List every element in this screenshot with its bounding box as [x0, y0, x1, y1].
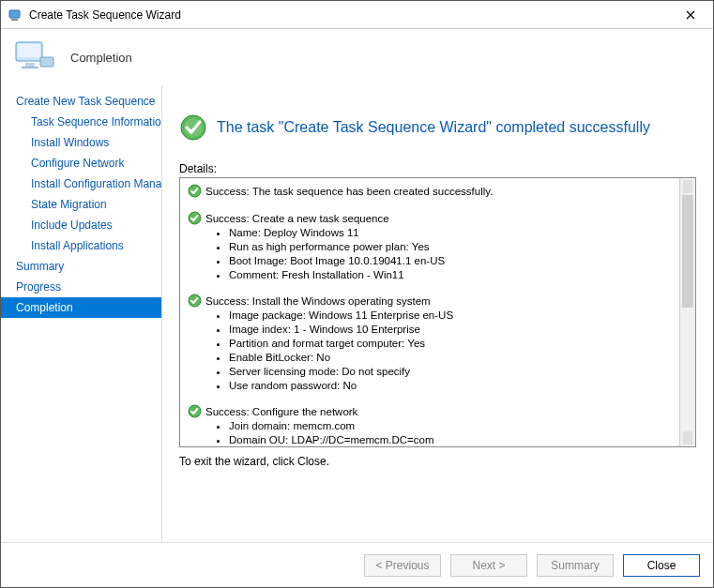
svg-rect-5 — [22, 67, 38, 68]
details-block-title: Success: The task sequence has been crea… — [205, 186, 493, 197]
close-button[interactable]: Close — [623, 554, 700, 577]
previous-button[interactable]: < Previous — [364, 554, 441, 577]
details-item: Boot Image: Boot Image 10.0.19041.1 en-U… — [229, 254, 676, 268]
details-block-items: Image package: Windows 11 Enterprise en-… — [188, 309, 676, 393]
success-check-icon — [179, 113, 207, 142]
wizard-header: Completion — [1, 29, 713, 85]
success-check-icon — [188, 404, 202, 418]
wizard-footer: < Previous Next > Summary Close — [1, 542, 713, 587]
wizard-window: Create Task Sequence Wizard Completion C… — [0, 0, 714, 588]
svg-rect-6 — [40, 57, 53, 67]
details-item: Domain OU: LDAP://DC=memcm.DC=com — [229, 433, 676, 446]
details-block-title: Success: Configure the network — [205, 406, 357, 417]
details-item: Run as high performance power plan: Yes — [229, 240, 676, 254]
details-label: Details: — [179, 162, 696, 175]
sidebar-step[interactable]: Install Windows — [1, 132, 161, 153]
svg-rect-1 — [11, 19, 18, 21]
details-item: Join domain: memcm.com — [229, 419, 676, 433]
sidebar-step[interactable]: State Migration — [1, 194, 161, 215]
details-block-title: Success: Install the Windows operating s… — [205, 295, 431, 307]
details-block-items: Join domain: memcm.comDomain OU: LDAP://… — [188, 419, 676, 446]
window-title: Create Task Sequence Wizard — [29, 8, 672, 22]
sidebar-step[interactable]: Configure Network — [1, 153, 161, 173]
success-check-icon — [188, 211, 202, 225]
exit-hint-text: To exit the wizard, click Close. — [179, 455, 696, 468]
details-item: Partition and format target computer: Ye… — [229, 337, 676, 351]
summary-button[interactable]: Summary — [537, 554, 614, 577]
details-scrollbar[interactable] — [679, 178, 695, 446]
titlebar: Create Task Sequence Wizard — [1, 1, 713, 29]
sidebar-steps: Create New Task SequenceTask Sequence In… — [1, 85, 162, 542]
sidebar-step[interactable]: Completion — [1, 297, 161, 318]
details-block: Success: Configure the networkJoin domai… — [188, 404, 676, 446]
app-icon — [8, 8, 23, 23]
success-check-icon — [188, 294, 202, 308]
details-block: Success: Install the Windows operating s… — [188, 294, 676, 393]
details-item: Enable BitLocker: No — [229, 351, 676, 365]
next-button[interactable]: Next > — [450, 554, 527, 577]
details-item: Image package: Windows 11 Enterprise en-… — [229, 309, 676, 323]
wizard-body: Create New Task SequenceTask Sequence In… — [1, 85, 713, 542]
details-block-title: Success: Create a new task sequence — [205, 213, 389, 224]
details-box: Success: The task sequence has been crea… — [179, 177, 696, 447]
sidebar-step[interactable]: Create New Task Sequence — [1, 91, 161, 112]
sidebar-step[interactable]: Install Applications — [1, 235, 161, 256]
page-title: Completion — [70, 51, 132, 65]
details-item: Use random password: No — [229, 379, 676, 393]
details-block: Success: The task sequence has been crea… — [188, 184, 676, 198]
completion-heading: The task "Create Task Sequence Wizard" c… — [217, 119, 650, 136]
details-block-items: Name: Deploy Windows 11Run as high perfo… — [188, 226, 676, 282]
completion-heading-row: The task "Create Task Sequence Wizard" c… — [179, 113, 696, 142]
sidebar-step[interactable]: Progress — [1, 277, 161, 297]
details-content: Success: The task sequence has been crea… — [180, 178, 679, 446]
success-check-icon — [188, 184, 202, 198]
sidebar-step[interactable]: Task Sequence Information — [1, 112, 161, 132]
window-close-button[interactable] — [672, 2, 709, 28]
details-item: Comment: Fresh Installation - Win11 — [229, 268, 676, 282]
svg-rect-0 — [9, 10, 20, 18]
details-item: Name: Deploy Windows 11 — [229, 226, 676, 240]
details-item: Image index: 1 - Windows 10 Enterprise — [229, 323, 676, 337]
details-item: Server licensing mode: Do not specify — [229, 365, 676, 379]
svg-rect-4 — [25, 63, 35, 67]
close-icon — [686, 10, 695, 20]
details-block: Success: Create a new task sequenceName:… — [188, 211, 676, 282]
scrollbar-thumb[interactable] — [682, 195, 693, 308]
sidebar-step[interactable]: Install Configuration Manager — [1, 173, 161, 194]
svg-rect-3 — [18, 44, 40, 57]
content-panel: The task "Create Task Sequence Wizard" c… — [162, 85, 713, 542]
sidebar-step[interactable]: Summary — [1, 256, 161, 277]
sidebar-step[interactable]: Include Updates — [1, 215, 161, 235]
completion-header-icon — [12, 38, 57, 76]
